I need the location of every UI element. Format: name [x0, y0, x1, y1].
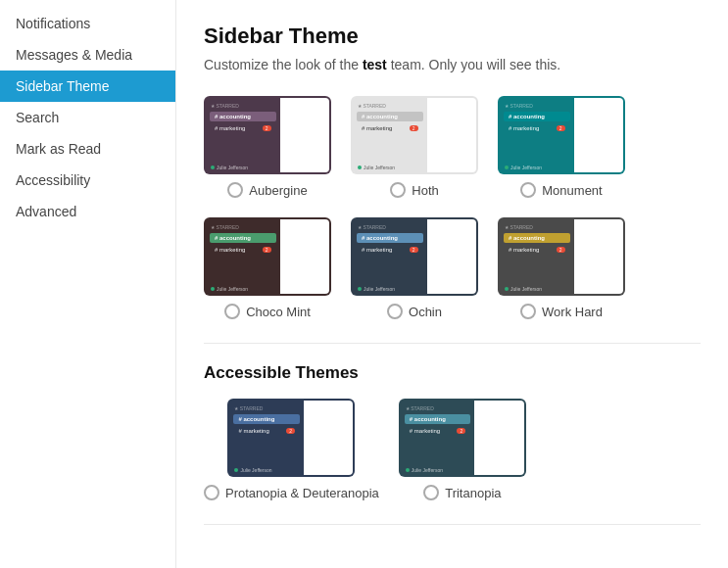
- subtitle: Customize the look of the test team. Onl…: [204, 57, 701, 72]
- accessible-themes-grid: ★ STARRED# accounting# marketing2Julie J…: [204, 399, 701, 500]
- theme-label-row-choco-mint: Choco Mint: [224, 304, 311, 319]
- radio-monument[interactable]: [520, 182, 536, 198]
- radio-hoth[interactable]: [390, 182, 406, 198]
- team-name: test: [363, 57, 387, 72]
- theme-label-row-tritanopia: Tritanopia: [423, 485, 501, 500]
- theme-label-row-work-hard: Work Hard: [520, 304, 603, 319]
- theme-label-row-monument: Monument: [520, 182, 602, 198]
- theme-label-row-ochin: Ochin: [387, 304, 442, 319]
- section-divider: [204, 343, 701, 344]
- theme-item-aubergine[interactable]: ★ STARRED# accounting# marketing2Julie J…: [204, 96, 331, 198]
- sidebar-item-notifications[interactable]: Notifications: [0, 8, 175, 39]
- accessible-themes-title: Accessible Themes: [204, 363, 701, 383]
- radio-protanopia[interactable]: [204, 485, 219, 500]
- theme-item-tritanopia[interactable]: ★ STARRED# accounting# marketing2Julie J…: [399, 399, 526, 500]
- theme-label-tritanopia: Tritanopia: [445, 486, 501, 500]
- theme-item-monument[interactable]: ★ STARRED# accounting# marketing2Julie J…: [498, 96, 625, 198]
- bottom-divider: [204, 524, 701, 525]
- page-title: Sidebar Theme: [204, 24, 701, 49]
- theme-label-row-aubergine: Aubergine: [227, 182, 307, 198]
- theme-label-hoth: Hoth: [412, 183, 438, 198]
- theme-label-protanopia: Protanopia & Deuteranopia: [225, 486, 379, 500]
- theme-item-work-hard[interactable]: ★ STARRED# accounting# marketing2Julie J…: [498, 217, 625, 319]
- sidebar-item-search[interactable]: Search: [0, 102, 175, 133]
- theme-label-ochin: Ochin: [409, 305, 442, 319]
- radio-aubergine[interactable]: [227, 182, 243, 198]
- main-content: Sidebar Theme Customize the look of the …: [176, 0, 728, 568]
- sidebar-item-accessibility[interactable]: Accessibility: [0, 165, 175, 196]
- sidebar-item-mark-as-read[interactable]: Mark as Read: [0, 133, 175, 165]
- theme-label-choco-mint: Choco Mint: [246, 305, 311, 319]
- sidebar-item-advanced[interactable]: Advanced: [0, 196, 175, 227]
- themes-grid: ★ STARRED# accounting# marketing2Julie J…: [204, 96, 701, 319]
- radio-choco-mint[interactable]: [224, 304, 240, 319]
- theme-item-ochin[interactable]: ★ STARRED# accounting# marketing2Julie J…: [351, 217, 478, 319]
- theme-label-row-protanopia: Protanopia & Deuteranopia: [204, 485, 379, 500]
- theme-label-monument: Monument: [542, 183, 602, 198]
- theme-label-row-hoth: Hoth: [390, 182, 438, 198]
- sidebar: NotificationsMessages & MediaSidebar The…: [0, 0, 176, 568]
- sidebar-item-sidebar-theme[interactable]: Sidebar Theme: [0, 71, 175, 102]
- sidebar-item-messages-media[interactable]: Messages & Media: [0, 39, 175, 71]
- theme-label-aubergine: Aubergine: [249, 183, 307, 198]
- theme-item-hoth[interactable]: ★ STARRED# accounting# marketing2Julie J…: [351, 96, 478, 198]
- theme-item-choco-mint[interactable]: ★ STARRED# accounting# marketing2Julie J…: [204, 217, 331, 319]
- theme-item-protanopia[interactable]: ★ STARRED# accounting# marketing2Julie J…: [204, 399, 379, 500]
- radio-tritanopia[interactable]: [423, 485, 439, 500]
- radio-ochin[interactable]: [387, 304, 403, 319]
- theme-label-work-hard: Work Hard: [542, 305, 603, 319]
- radio-work-hard[interactable]: [520, 304, 536, 319]
- subtitle-suffix: team. Only you will see this.: [387, 57, 560, 72]
- subtitle-prefix: Customize the look of the: [204, 57, 363, 72]
